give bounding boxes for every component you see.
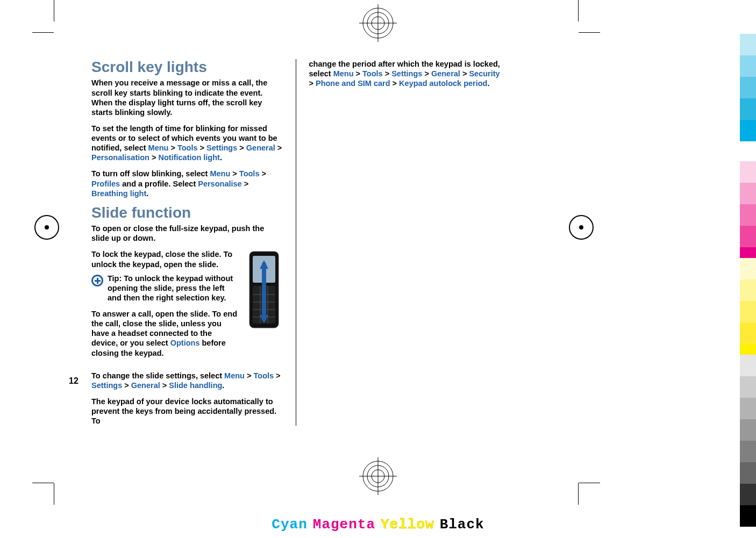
link-settings: Settings [91, 381, 122, 390]
link-phone-and-sim: Phone and SIM card [316, 79, 390, 88]
crop-mark [578, 0, 579, 21]
link-personalise: Personalise [198, 180, 241, 188]
paragraph-col2: change the period after which the keypad… [309, 59, 500, 88]
paragraph-slide-lock: To lock the keypad, close the slide. To … [91, 249, 240, 269]
registration-mark-top [359, 4, 397, 42]
cmyk-black: Black [440, 517, 484, 533]
swatch-stack-magenta [740, 161, 756, 269]
link-general: General [131, 381, 160, 390]
column-right: change the period after which the keypad… [309, 59, 500, 426]
link-slide-handling: Slide handling [169, 381, 222, 390]
link-menu: Menu [224, 371, 245, 380]
crop-mark [578, 483, 579, 505]
swatch-stack-grey [740, 355, 756, 527]
link-keypad-autolock-period: Keypad autolock period [399, 79, 487, 88]
content-columns: Scroll key lights When you receive a mes… [91, 59, 500, 426]
column-left: Scroll key lights When you receive a mes… [91, 59, 283, 426]
link-options: Options [170, 339, 200, 347]
paragraph-skl-turnoff: To turn off slow blinking, select Menu >… [91, 169, 283, 198]
crop-mark [54, 0, 54, 21]
crop-mark [54, 483, 54, 505]
tip-plus-icon [91, 275, 103, 286]
crop-mark [32, 32, 54, 33]
cmyk-magenta: Magenta [313, 517, 375, 533]
registration-mark-bottom [359, 457, 397, 495]
paragraph-slide-change: To change the slide settings, select Men… [91, 371, 283, 390]
crop-mark [579, 32, 600, 33]
link-settings: Settings [206, 144, 237, 152]
link-profiles: Profiles [91, 180, 120, 188]
text: To change the slide settings, select [91, 371, 224, 380]
link-tools: Tools [362, 69, 383, 78]
link-settings: Settings [391, 69, 422, 78]
heading-slide-function: Slide function [91, 205, 283, 220]
page-number: 12 [69, 376, 79, 386]
link-breathing-light: Breathing light [91, 189, 146, 198]
paragraph-skl-set: To set the length of time for blinking f… [91, 124, 283, 163]
link-general: General [431, 69, 460, 78]
link-menu: Menu [333, 69, 354, 78]
link-tools: Tools [254, 371, 274, 380]
heading-scroll-key-lights: Scroll key lights [91, 59, 283, 75]
text: To turn off slow blinking, select [91, 169, 210, 178]
column-divider [296, 59, 296, 426]
link-general: General [246, 144, 275, 152]
swatch-stack-cyan [740, 34, 756, 141]
crop-mark [579, 483, 600, 483]
text: and a profile. Select [122, 180, 198, 188]
paragraph-slide-answer: To answer a call, open the slide. To end… [91, 309, 240, 358]
tip-text: Tip: To unlock the keypad without openin… [108, 274, 240, 303]
tip-block: Tip: To unlock the keypad without openin… [91, 274, 240, 303]
cmyk-yellow: Yellow [381, 517, 434, 533]
link-personalisation: Personalisation [91, 153, 149, 162]
link-notification-light: Notification light [159, 153, 220, 162]
cmyk-footer: Cyan Magenta Yellow Black [272, 517, 484, 533]
link-menu: Menu [210, 169, 230, 178]
paragraph-skl-intro: When you receive a message or miss a cal… [91, 78, 283, 117]
phone-illustration [245, 249, 283, 364]
paragraph-slide-open: To open or close the full-size keypad, p… [91, 224, 283, 243]
link-menu: Menu [148, 144, 169, 152]
side-target-left [34, 215, 59, 240]
swatch-stack-yellow [740, 258, 756, 365]
cmyk-cyan: Cyan [272, 517, 307, 533]
paragraph-slide-autolock: The keypad of your device locks automati… [91, 397, 283, 426]
link-tools: Tools [177, 144, 198, 152]
link-security: Security [469, 69, 500, 78]
link-tools: Tools [239, 169, 260, 178]
crop-mark [32, 483, 54, 483]
side-target-right [569, 215, 594, 240]
